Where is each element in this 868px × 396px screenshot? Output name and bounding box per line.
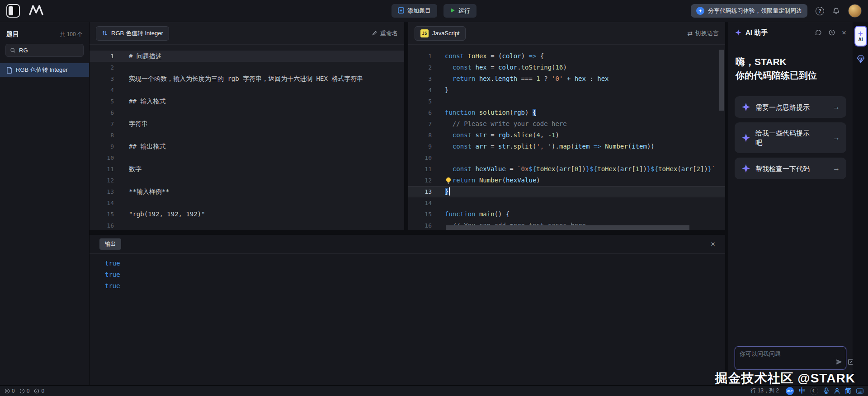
send-icon[interactable] xyxy=(836,359,843,367)
problem-line[interactable]: 12 xyxy=(90,175,404,186)
code-line[interactable]: 9 const arr = str.split(', ').map(item =… xyxy=(408,141,725,152)
ai-greeting-line1: 嗨，STARK xyxy=(736,55,845,69)
rename-label: 重命名 xyxy=(380,29,398,37)
help-icon[interactable]: ? xyxy=(816,7,824,15)
promo-banner-text: 分享代码练习体验，领限量定制周边 xyxy=(708,7,802,15)
problem-line[interactable]: 3实现一个函数，输入为长度为三的 rgb 字符串，返回为十六进制 HEX 格式字… xyxy=(90,73,404,84)
voice-input-icon[interactable] xyxy=(823,387,829,394)
code-line[interactable]: 11 const hexValue = `0x${toHex(arr[0])}$… xyxy=(408,163,725,175)
close-ai-icon[interactable]: × xyxy=(842,29,846,37)
output-tab[interactable]: 输出 xyxy=(99,238,121,250)
code-panel-header: JS JavaScript ⇄ 切换语言 xyxy=(408,22,725,45)
drag-handle-icon xyxy=(102,30,108,36)
problem-editor[interactable]: 1# 问题描述23实现一个函数，输入为长度为三的 rgb 字符串，返回为十六进制… xyxy=(90,51,404,230)
problem-line[interactable]: 11数字 xyxy=(90,163,404,175)
marscode-logo-icon[interactable] xyxy=(28,4,44,18)
problem-sidebar: 题目 共 100 个 RGB 色值转 Integer xyxy=(0,22,90,385)
text-cursor xyxy=(449,187,450,196)
activity-icon[interactable] xyxy=(856,55,865,65)
history-icon[interactable] xyxy=(828,29,835,36)
keyboard-icon[interactable] xyxy=(856,388,863,394)
code-line[interactable]: 2 const hex = color.toString(16) xyxy=(408,62,725,73)
ai-input-box[interactable] xyxy=(735,346,846,370)
warning-counter[interactable]: 0 xyxy=(19,388,30,394)
add-problem-button[interactable]: 添加题目 xyxy=(392,4,437,18)
problem-line[interactable]: 8 xyxy=(90,130,404,141)
search-box[interactable] xyxy=(5,44,84,57)
problem-line[interactable]: 16 xyxy=(90,220,404,230)
code-line[interactable]: 6function solution(rgb) { xyxy=(408,107,725,118)
horizontal-scrollbar[interactable] xyxy=(446,225,689,230)
panel-toggle-logo-icon[interactable] xyxy=(6,4,20,18)
line-number: 11 xyxy=(408,163,432,175)
problem-tab[interactable]: RGB 色值转 Integer xyxy=(96,26,169,41)
topbar-left xyxy=(6,4,44,18)
problem-line[interactable]: 7字符串 xyxy=(90,118,404,130)
code-line[interactable]: 13} xyxy=(408,186,725,197)
code-editor[interactable]: 1const toHex = (color) => {2 const hex =… xyxy=(408,51,725,230)
line-number: 15 xyxy=(90,209,114,220)
code-line[interactable]: 10 xyxy=(408,152,725,163)
problem-line[interactable]: 15"rgb(192, 192, 192)" xyxy=(90,209,404,220)
code-line[interactable]: 4} xyxy=(408,84,725,96)
switch-language-button[interactable]: ⇄ 切换语言 xyxy=(687,29,719,37)
night-mode-icon[interactable]: ☾ xyxy=(810,387,818,395)
ai-suggestion-card[interactable]: 给我一些代码提示吧→ xyxy=(735,122,846,153)
avatar[interactable] xyxy=(848,4,862,18)
add-square-icon xyxy=(398,7,404,15)
problem-line[interactable]: 10 xyxy=(90,152,404,163)
promo-banner[interactable]: 分享代码练习体验，领限量定制周边 xyxy=(691,4,807,18)
ai-header: AI 助手 × xyxy=(728,22,853,43)
code-line[interactable]: 14 xyxy=(408,197,725,209)
sparkle-icon xyxy=(735,29,742,36)
error-count: 0 xyxy=(12,388,15,394)
run-button[interactable]: 运行 xyxy=(443,4,476,18)
ai-assistant-badge[interactable]: AI xyxy=(854,26,867,47)
line-number: 7 xyxy=(408,118,432,130)
warning-count: 0 xyxy=(27,388,30,394)
rename-button[interactable]: 重命名 xyxy=(372,29,398,37)
ai-question-input[interactable] xyxy=(740,350,834,367)
language-tab-label: JavaScript xyxy=(432,30,460,37)
simplified-chinese-icon[interactable]: 简 xyxy=(845,387,851,395)
close-output-icon[interactable]: × xyxy=(711,240,715,248)
ai-suggestion-label: 帮我检查一下代码 xyxy=(755,164,810,173)
code-line[interactable]: 1const toHex = (color) => { xyxy=(408,51,725,62)
ai-suggestion-card[interactable]: 帮我检查一下代码→ xyxy=(735,158,846,179)
info-counter[interactable]: 0 xyxy=(34,388,44,394)
cursor-position[interactable]: 行 13，列 2 xyxy=(750,387,779,395)
chat-icon[interactable] xyxy=(815,29,822,36)
error-counter[interactable]: 0 xyxy=(5,388,15,394)
run-label: 运行 xyxy=(458,7,470,15)
problem-line[interactable]: 6 xyxy=(90,107,404,118)
line-number: 1 xyxy=(408,51,432,62)
line-number: 8 xyxy=(408,130,432,141)
code-line[interactable]: 12 return Number(hexValue) xyxy=(408,175,725,186)
code-line[interactable]: 7 // Please write your code here xyxy=(408,118,725,130)
search-input[interactable] xyxy=(19,47,79,54)
code-line[interactable]: 8 const str = rgb.slice(4, -1) xyxy=(408,130,725,141)
chinese-mode-icon[interactable]: 中 xyxy=(799,387,805,395)
code-line[interactable]: 3 return hex.length === 1 ? '0' + hex : … xyxy=(408,73,725,84)
problem-line[interactable]: 2 xyxy=(90,62,404,73)
sidebar-item-problem[interactable]: RGB 色值转 Integer xyxy=(0,63,89,77)
ai-suggestion-card[interactable]: 需要一点思路提示→ xyxy=(735,96,846,118)
problem-line[interactable]: 4 xyxy=(90,84,404,96)
problem-line-text: # 问题描述 xyxy=(129,51,162,62)
problem-line[interactable]: 5## 输入格式 xyxy=(90,96,404,107)
problem-line[interactable]: 9## 输出格式 xyxy=(90,141,404,152)
code-line[interactable]: 15function main() { xyxy=(408,209,725,220)
code-line[interactable]: 5 xyxy=(408,96,725,107)
lightbulb-icon[interactable] xyxy=(445,177,452,184)
user-profile-icon[interactable] xyxy=(834,388,840,394)
line-number: 14 xyxy=(90,197,114,209)
ime-logo-icon[interactable]: iFLY xyxy=(786,387,794,395)
problem-panel: RGB 色值转 Integer 重命名 1# 问题描述23实现一个函数，输入为长… xyxy=(90,22,404,230)
bell-icon[interactable] xyxy=(832,7,840,15)
problem-line[interactable]: 1# 问题描述 xyxy=(90,51,404,62)
line-number: 5 xyxy=(90,96,114,107)
problem-line[interactable]: 14 xyxy=(90,197,404,209)
vertical-scrollbar[interactable] xyxy=(719,50,724,111)
language-tab[interactable]: JS JavaScript xyxy=(415,26,466,41)
problem-line[interactable]: 13**输入样例** xyxy=(90,186,404,197)
